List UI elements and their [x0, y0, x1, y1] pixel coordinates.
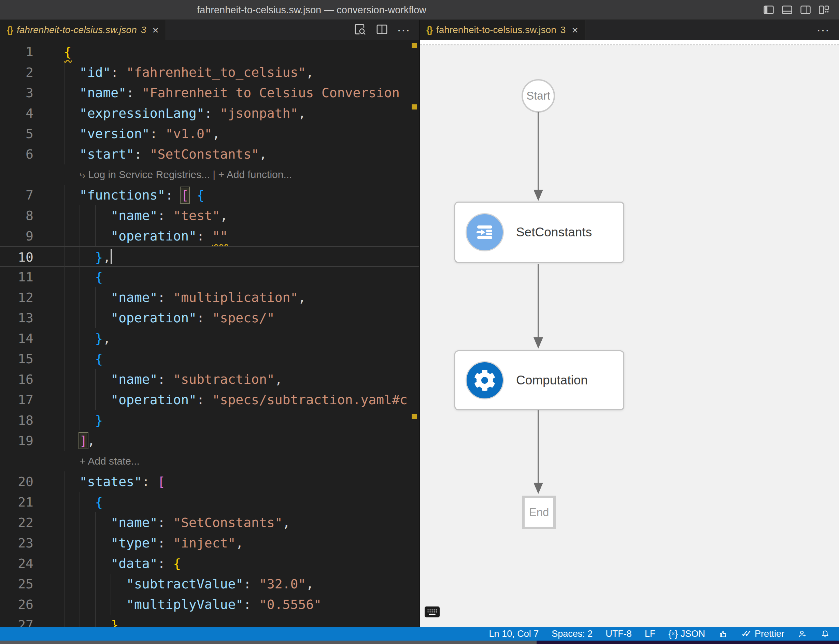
close-tab-icon[interactable]: × — [152, 24, 159, 36]
code-token: "name" — [110, 290, 157, 305]
keyboard-icon[interactable] — [425, 606, 440, 618]
end-node-label: End — [529, 506, 549, 519]
indent-guide — [79, 574, 80, 594]
status-item-label: JSON — [681, 629, 705, 639]
workflow-end-node[interactable]: End — [522, 496, 556, 529]
status-item-lf[interactable]: LF — [645, 629, 656, 639]
line-number: 2 — [0, 62, 33, 82]
indent-guide — [95, 594, 96, 614]
code-token: "data" — [110, 556, 157, 571]
line-number: 9 — [0, 226, 33, 246]
indent-guide — [79, 369, 80, 389]
indent-guide — [64, 430, 64, 451]
toggle-sidebar-icon[interactable] — [763, 4, 775, 16]
indent-guide — [64, 553, 64, 574]
more-actions-icon[interactable]: ⋯ — [816, 23, 830, 37]
code-token: "Fahrenheit to Celsius Conversion — [142, 85, 400, 100]
indent-guide — [79, 287, 80, 308]
status-item-utf-8[interactable]: UTF-8 — [605, 629, 632, 639]
code-token: : — [196, 392, 212, 407]
codelens-link[interactable]: ⤷ Log in Service Registries... — [79, 169, 210, 180]
code-line: 16"name": "subtraction", — [0, 369, 419, 389]
customize-layout-icon[interactable] — [818, 4, 830, 16]
line-number: 4 — [0, 103, 33, 123]
indent-guide — [64, 247, 64, 268]
editor-group-left-tabs: {} fahrenheit-to-celsius.sw.json 3 × ⋯ — [0, 20, 420, 40]
status-item-spaces-2[interactable]: Spaces: 2 — [552, 629, 593, 639]
code-token: "32.0" — [259, 577, 306, 591]
code-line: 1{ — [0, 42, 419, 62]
code-token: : — [150, 126, 166, 141]
code-token: , — [283, 515, 290, 530]
indent-guide — [64, 369, 64, 389]
indent-guide — [64, 82, 64, 103]
code-line: 5"version": "v1.0", — [0, 123, 419, 144]
code-token: : — [126, 85, 142, 100]
indent-guide — [64, 492, 64, 513]
code-token: ] — [79, 433, 87, 448]
code-token: , — [119, 618, 126, 627]
indent-guide — [64, 614, 64, 627]
arrowhead-icon — [534, 483, 543, 494]
indent-guide — [79, 308, 80, 328]
status-item-bell-icon[interactable] — [820, 629, 830, 639]
indent-guide — [79, 410, 80, 430]
codelens-link[interactable]: + Add state... — [79, 455, 140, 467]
codelens-link[interactable]: + Add function... — [218, 169, 292, 180]
indent-guide — [64, 574, 64, 594]
editor-group-right-tabs: {} fahrenheit-to-celsius.sw.json 3 × ⋯ — [420, 20, 839, 40]
close-tab-icon[interactable]: × — [572, 24, 578, 36]
status-item-json[interactable]: {×}JSON — [668, 629, 705, 639]
code-token: : — [134, 147, 150, 162]
code-token: , — [236, 536, 243, 550]
code-token: : — [158, 515, 173, 530]
status-item-ln-10-col-7[interactable]: Ln 10, Col 7 — [489, 629, 539, 639]
code-token: } — [110, 618, 119, 627]
codelens-row: + Add state... — [0, 451, 419, 472]
code-token: "SetConstants" — [173, 515, 282, 530]
code-token: "" — [212, 228, 228, 243]
code-token: , — [103, 331, 110, 346]
open-preview-icon[interactable] — [353, 23, 367, 38]
tab-json-editor[interactable]: {} fahrenheit-to-celsius.sw.json 3 × — [0, 20, 166, 40]
state-node-computation[interactable]: Computation — [454, 350, 624, 410]
code-token: { — [95, 269, 103, 284]
indent-guide — [79, 226, 80, 246]
line-number: 26 — [0, 594, 33, 614]
code-token: , — [275, 372, 283, 387]
toggle-panel-icon[interactable] — [781, 4, 793, 16]
code-token: , — [306, 577, 314, 591]
code-token: : — [142, 474, 158, 489]
json-braces-icon: {×} — [668, 629, 677, 639]
status-item-label: Prettier — [755, 629, 785, 639]
status-item-prettier[interactable]: ✓✓Prettier — [741, 628, 785, 639]
toggle-secondary-sidebar-icon[interactable] — [799, 4, 812, 16]
code-token: { — [196, 187, 204, 203]
code-token: : — [196, 310, 212, 325]
state-node-setconstants[interactable]: SetConstants — [454, 202, 624, 263]
status-item-account-icon[interactable] — [797, 629, 807, 639]
code-token: : — [243, 577, 259, 591]
workflow-diagram-canvas[interactable]: Start SetConstants Computation End — [420, 40, 839, 627]
indent-guide — [95, 533, 96, 553]
indent-guide — [64, 185, 64, 205]
indent-guide — [64, 513, 64, 533]
code-token: "multiplyValue" — [126, 597, 243, 612]
indent-guide — [79, 328, 80, 348]
more-actions-icon[interactable]: ⋯ — [397, 23, 410, 37]
tab-diagram-preview[interactable]: {} fahrenheit-to-celsius.sw.json 3 × — [420, 20, 585, 40]
split-editor-icon[interactable] — [375, 23, 389, 38]
workflow-start-node[interactable]: Start — [522, 79, 555, 113]
code-token: "name" — [110, 208, 157, 223]
thumbs-up-icon — [718, 629, 728, 639]
code-token: "subtraction" — [173, 372, 274, 387]
code-editor[interactable]: 1{2"id": "fahrenheit_to_celsius",3"name"… — [0, 40, 419, 627]
indent-guide — [79, 492, 80, 513]
code-line: 3"name": "Fahrenheit to Celsius Conversi… — [0, 82, 419, 103]
code-token: : — [158, 290, 173, 305]
window-layout-controls — [763, 4, 830, 16]
code-token: , — [298, 290, 306, 305]
bottom-edge-strip — [0, 641, 537, 644]
status-item-thumbs-up-icon[interactable] — [718, 629, 728, 639]
code-token: , — [306, 65, 314, 80]
